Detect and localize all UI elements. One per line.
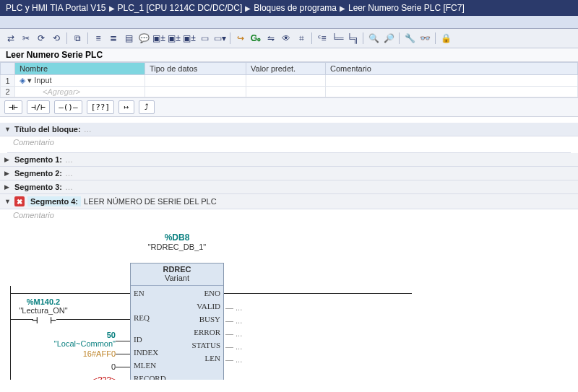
block-comment[interactable]: Comentario <box>0 136 578 148</box>
segment-comment[interactable]: Comentario <box>0 209 578 221</box>
tool-go-icon[interactable]: Gₒ <box>249 32 262 45</box>
tool-goto-icon[interactable]: ↪ <box>234 32 247 45</box>
instr-return[interactable]: ⤴ <box>139 100 155 114</box>
tool-cut-icon[interactable]: ✂ <box>20 32 33 45</box>
tool-refresh-icon[interactable]: ⟳ <box>35 32 48 45</box>
breadcrumb-device[interactable]: PLC_1 [CPU 1214C DC/DC/DC] <box>118 3 243 13</box>
fb-block[interactable]: RDREC Variant EN REQ ID INDEX MLEN RECOR… <box>130 263 224 380</box>
pin-valid: VALID <box>197 302 220 310</box>
header-default[interactable]: Valor predet. <box>246 63 326 75</box>
breadcrumb-block[interactable]: Leer Numero Serie PLC [FC7] <box>348 3 465 13</box>
tool-search2-icon[interactable]: 🔎 <box>382 32 395 45</box>
declaration-table[interactable]: Nombre Tipo de datos Valor predet. Comen… <box>0 62 578 97</box>
table-row[interactable]: 1 ◈ ▾ Input <box>1 75 578 87</box>
segment-1-header[interactable]: ▶ Segmento 1: … <box>0 153 578 167</box>
pin-record: RECORD <box>134 374 166 380</box>
output-stub-error[interactable]: — ... <box>225 329 242 338</box>
output-stub-len[interactable]: — ... <box>225 355 242 364</box>
segment-3-header[interactable]: ▶ Segmento 3: … <box>0 180 578 194</box>
tool-list-icon[interactable]: ≡ <box>92 32 105 45</box>
segment-label: Segmento 4: <box>27 196 81 206</box>
segment-2-header[interactable]: ▶ Segmento 2: … <box>0 167 578 180</box>
pin-req: REQ <box>134 313 150 322</box>
tool-call-icon[interactable]: ᶜ≡ <box>316 32 329 45</box>
contact-no-icon[interactable]: ⊣ ⊢ <box>32 314 56 326</box>
segment-label: Segmento 1: <box>14 155 62 164</box>
breadcrumb-folder[interactable]: Bloques de programa <box>254 3 337 13</box>
instr-box[interactable]: [??] <box>87 100 115 114</box>
input-index-label[interactable]: 16#AFF0 <box>65 349 116 358</box>
instance-db-name: "RDREC_DB_1" <box>130 243 224 251</box>
tool-refresh2-icon[interactable]: ⟲ <box>50 32 63 45</box>
breadcrumb-bar: PLC y HMI TIA Portal V15 ▶ PLC_1 [CPU 12… <box>0 0 578 16</box>
collapse-icon[interactable]: ▼ <box>4 198 12 205</box>
tool-grid-icon[interactable]: ▤ <box>122 32 135 45</box>
segment-label: Segmento 3: <box>14 183 62 191</box>
tool-struct2-icon[interactable]: ╘╗ <box>346 32 359 45</box>
table-row[interactable]: 2 <Agregar> <box>1 87 578 97</box>
instr-jump[interactable]: ↦ <box>118 100 134 114</box>
expand-icon[interactable]: ▶ <box>4 170 12 177</box>
tool-monitor-icon[interactable]: 👁 <box>280 32 293 45</box>
expand-icon[interactable]: ▶ <box>4 183 12 191</box>
block-title-header[interactable]: ▼ Título del bloque: … <box>0 123 578 136</box>
row-add-placeholder[interactable]: <Agregar> <box>15 87 145 97</box>
pin-eno: ENO <box>204 289 220 297</box>
wire <box>10 319 33 320</box>
wire-eno <box>224 293 412 294</box>
row-number: 1 <box>1 75 15 87</box>
output-stub-valid[interactable]: — ... <box>225 303 242 312</box>
table-header-row: Nombre Tipo de datos Valor predet. Comen… <box>1 63 578 75</box>
input-record-label[interactable]: <???> <box>79 375 116 380</box>
tool-link-icon[interactable]: ⇋ <box>264 32 277 45</box>
toolbar-separator <box>87 32 88 44</box>
tool-wrench-icon[interactable]: 🔧 <box>403 32 416 45</box>
pin-busy: BUSY <box>199 315 220 323</box>
ladder-network[interactable]: %DB8 "RDREC_DB_1" RDREC Variant EN REQ I… <box>0 221 578 380</box>
wire-id <box>116 341 130 341</box>
row-section[interactable]: ◈ ▾ Input <box>15 75 145 87</box>
dots-icon: … <box>65 183 73 191</box>
breadcrumb-project[interactable]: PLC y HMI TIA Portal V15 <box>6 3 106 13</box>
tool-relation-icon[interactable]: ⇄ <box>4 32 17 45</box>
tool-list2-icon[interactable]: ≣ <box>107 32 120 45</box>
header-name[interactable]: Nombre <box>15 63 145 75</box>
instr-contact-nc[interactable]: ⊣/⊢ <box>27 100 50 114</box>
input-mlen-label[interactable]: 0 <box>87 362 116 371</box>
tool-marker2-icon[interactable]: ▣± <box>168 32 181 45</box>
chevron-right-icon: ▶ <box>109 4 115 12</box>
tool-glasses-icon[interactable]: 👓 <box>418 32 431 45</box>
segment-4-header[interactable]: ▼ ✖ Segmento 4: LEER NÚMERO DE SERIE DEL… <box>0 194 578 209</box>
tool-dropdown-icon[interactable]: ▭▾ <box>213 32 226 45</box>
tool-copy-icon[interactable]: ⧉ <box>71 32 84 45</box>
toolbar-separator <box>311 32 312 44</box>
editor-toolbar: ⇄ ✂ ⟳ ⟲ ⧉ ≡ ≣ ▤ 💬 ▣± ▣± ▣± ▭ ▭▾ ↪ Gₒ ⇋ 👁… <box>0 29 578 48</box>
toolbar-separator <box>230 32 230 44</box>
input-id-label[interactable]: 50 "Local~Common" <box>43 331 116 348</box>
dots-icon: … <box>65 169 73 178</box>
instr-coil[interactable]: –()– <box>54 100 82 114</box>
header-comment[interactable]: Comentario <box>326 63 578 75</box>
tool-lock-icon[interactable]: 🔒 <box>439 32 452 45</box>
tool-struct-icon[interactable]: ╘═ <box>331 32 344 45</box>
power-rail <box>10 286 11 380</box>
collapse-icon[interactable]: ▼ <box>4 126 12 133</box>
pin-index: INDEX <box>134 348 158 357</box>
tool-search-icon[interactable]: 🔍 <box>367 32 380 45</box>
output-stub-busy[interactable]: — ... <box>225 316 242 325</box>
wire <box>56 319 111 320</box>
tool-marker-icon[interactable]: ▣± <box>152 32 165 45</box>
expand-icon[interactable]: ▶ <box>4 156 12 163</box>
tool-box-icon[interactable]: ▭ <box>198 32 211 45</box>
input-req-label[interactable]: %M140.2 "Lectura_ON" <box>14 297 72 315</box>
pin-id: ID <box>134 335 142 344</box>
output-stub-status[interactable]: — ... <box>225 342 242 351</box>
segment-description[interactable]: LEER NÚMERO DE SERIE DEL PLC <box>84 197 217 206</box>
instr-contact-no[interactable]: ⊣⊢ <box>4 100 22 114</box>
pin-status: STATUS <box>192 341 220 349</box>
tool-net-icon[interactable]: ⌗ <box>295 32 308 45</box>
wire-mlen <box>116 367 130 367</box>
header-type[interactable]: Tipo de datos <box>145 63 246 75</box>
tool-comment-icon[interactable]: 💬 <box>137 32 150 45</box>
tool-marker3-icon[interactable]: ▣± <box>183 32 196 45</box>
